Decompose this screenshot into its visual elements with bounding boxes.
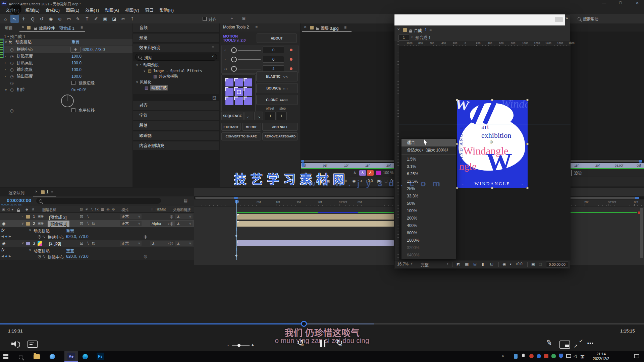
tray-volume-icon[interactable]: ◁ (574, 354, 577, 358)
slider-mode-icon[interactable]: ‹ (224, 48, 226, 52)
tab-close-icon[interactable]: ✕ (304, 25, 307, 29)
tray-usb-icon[interactable] (514, 354, 518, 359)
expander-icon[interactable]: ∨ (5, 39, 7, 46)
param-row[interactable]: › ◷ 拼贴高度 100.0 (0, 60, 132, 66)
expander-icon[interactable]: › (5, 66, 6, 73)
frame-blend-switch[interactable]: ∖ (87, 221, 89, 226)
tray-power-icon[interactable] (544, 354, 548, 358)
panel-menu-icon[interactable]: ≡ (255, 25, 258, 29)
anchor-center[interactable] (235, 88, 243, 96)
trkmat-select[interactable]: Alpha∨ (150, 221, 171, 226)
about-button[interactable]: ABOUT (257, 34, 297, 43)
flowchart-current-comp[interactable]: 预合成 1 (415, 35, 431, 40)
expander-icon[interactable]: › (5, 73, 6, 80)
selection-handle[interactable] (526, 143, 529, 145)
tree-preset-motion-tile[interactable]: ▥ 动态拼贴 (133, 85, 219, 90)
param-row-tile-center[interactable]: ◷ 拼贴中心 ⊕ 620.0, 773.0 (0, 46, 132, 53)
effect-row[interactable]: fx ∨ 动态拼贴 重置 (0, 247, 194, 253)
flowchart-comp-box[interactable]: 1 (398, 35, 409, 41)
slider-value[interactable]: 0 (263, 47, 284, 53)
selection-handle[interactable] (491, 187, 493, 189)
tab-comp-1[interactable]: 1 (46, 190, 49, 194)
slider-mode-icon[interactable]: ›‹ (224, 67, 227, 71)
chevron-down-icon[interactable]: ∨ (446, 262, 449, 265)
tool-icon[interactable]: ▭ (65, 15, 73, 23)
elastic-button[interactable]: ELASTIC∿∿ (256, 71, 298, 81)
tray-wechat-icon[interactable] (551, 354, 556, 358)
tree-label-selected[interactable]: 动态拼贴 (150, 85, 168, 90)
tool-icon[interactable]: ✂ (119, 15, 127, 23)
frame-blend-switch[interactable]: ∖ (87, 241, 89, 246)
pickwhip-icon[interactable]: ◎ (144, 254, 147, 259)
more-options-icon[interactable]: ⋯ (587, 339, 594, 347)
ae-taskbar-button[interactable]: Ae (64, 351, 78, 362)
maximize-button[interactable]: ▢ (619, 1, 622, 4)
tool-icon[interactable]: ▣ (101, 15, 109, 23)
volume-icon[interactable] (11, 341, 19, 347)
sequence-stagger-icon-button[interactable]: ⋰ (245, 112, 253, 120)
input-method-indicator[interactable]: 英 (580, 354, 585, 360)
taskbar-clock[interactable]: 21:14 2022/12/2 (589, 352, 613, 361)
slider-track[interactable] (238, 69, 261, 69)
effect-row[interactable]: fx ∨ 动态拼贴 重置 (0, 227, 194, 234)
anchor-l[interactable] (225, 88, 233, 96)
zoom-menu-item[interactable]: 6400% (401, 251, 456, 259)
comp-timecode[interactable]: 0:00:00:00 (546, 261, 568, 267)
layer-row-1[interactable]: › 1 ▣◉ [预合成 2] ⊡ ∖ 正常∨ ◎ 无∨ (0, 213, 194, 220)
preview-run-icon[interactable]: 人 (367, 170, 374, 176)
zoom-menu-item[interactable]: 800% (401, 229, 456, 237)
property-value[interactable]: 620.0, 773.0 (66, 234, 89, 239)
stopwatch-icon[interactable]: ◷ (10, 66, 13, 73)
start-button[interactable] (3, 354, 8, 359)
tab-project[interactable]: 项目 (5, 25, 13, 31)
sequence-button[interactable]: SEQUENCE (221, 112, 244, 120)
close-button[interactable]: ✕ (636, 1, 639, 5)
snap-icon[interactable]: ⌖ (231, 16, 233, 21)
property-row[interactable]: ◀ ◆ ▶ ◷ ∿ 拼贴中心 620.0, 773.0 ◎ (0, 253, 194, 260)
exposure-value[interactable]: +0.0 (515, 262, 523, 266)
param-row-mirror[interactable]: ◷ 镜像边缘 (0, 80, 132, 86)
tray-network-icon[interactable] (566, 354, 571, 358)
property-name[interactable]: 拼贴中心 (48, 254, 64, 260)
player-back-button[interactable]: ← (10, 3, 21, 15)
panel-menu-icon[interactable]: ≡ (344, 25, 346, 30)
property-row[interactable]: ◀ ◆ ▶ ◷ ∿ 拼贴中心 620.0, 773.0 ◎ (0, 234, 194, 240)
opacity-value[interactable]: 100 % (383, 171, 393, 175)
menu-item[interactable]: 合成(C) (43, 7, 63, 14)
chevron-down-icon[interactable]: ∨ (411, 262, 413, 265)
preview-walk-icon[interactable]: 人 (359, 170, 366, 176)
prev-keyframe-icon[interactable]: ◀ (1, 235, 4, 238)
volume-slider-track[interactable] (232, 345, 250, 346)
search-value[interactable]: 拼贴 (144, 55, 152, 60)
stopwatch-icon[interactable]: ◷ (38, 234, 41, 239)
zoom-select[interactable]: 16.7% (397, 262, 409, 266)
zoom-menu-item[interactable]: 1600% (401, 237, 456, 244)
tree-group-stylize[interactable]: ∨ 风格化 (133, 79, 219, 85)
quality-switch[interactable]: ⊡ (80, 214, 83, 219)
clear-search-icon[interactable]: ✕ (211, 55, 214, 58)
slider-mode-icon[interactable]: › (224, 57, 226, 61)
file-explorer-icon[interactable] (34, 354, 40, 359)
slider-knob[interactable] (231, 57, 237, 62)
param-row-phase[interactable]: ∨ ◷ 相位 0x +0.0° (0, 86, 132, 93)
stopwatch-icon[interactable]: ◷ (38, 254, 41, 259)
exposure-icon[interactable]: ◐ (510, 262, 512, 266)
exit-fullscreen-icon[interactable]: ↙ ↗ (574, 339, 583, 348)
parent-select[interactable]: 无∨ (175, 241, 193, 246)
tray-mic-icon[interactable] (522, 354, 525, 357)
blend-mode-select[interactable]: 正常∨ (120, 214, 142, 219)
quality-switch[interactable]: ⊡ (80, 241, 83, 246)
zoom-menu-item[interactable]: 200% (401, 215, 456, 222)
panel-audio[interactable]: 音频 (133, 23, 219, 32)
pickwhip-icon[interactable]: ◎ (144, 234, 147, 239)
panel-content-fill[interactable]: 内容识别填充 (133, 141, 219, 150)
slider-knob[interactable] (231, 66, 237, 72)
tab-render-queue[interactable]: 渲染队列 (8, 190, 24, 195)
layer-name[interactable]: [3. jpg] (49, 241, 61, 246)
minimize-button[interactable]: — (602, 1, 606, 5)
pip-icon[interactable] (559, 341, 570, 349)
expander-icon[interactable]: ∨ (136, 79, 138, 85)
merge-button[interactable]: MERGE (242, 123, 261, 131)
bounce-button[interactable]: BOUNCE∩∩ (256, 83, 298, 93)
layer-bar-1[interactable] (236, 214, 394, 220)
